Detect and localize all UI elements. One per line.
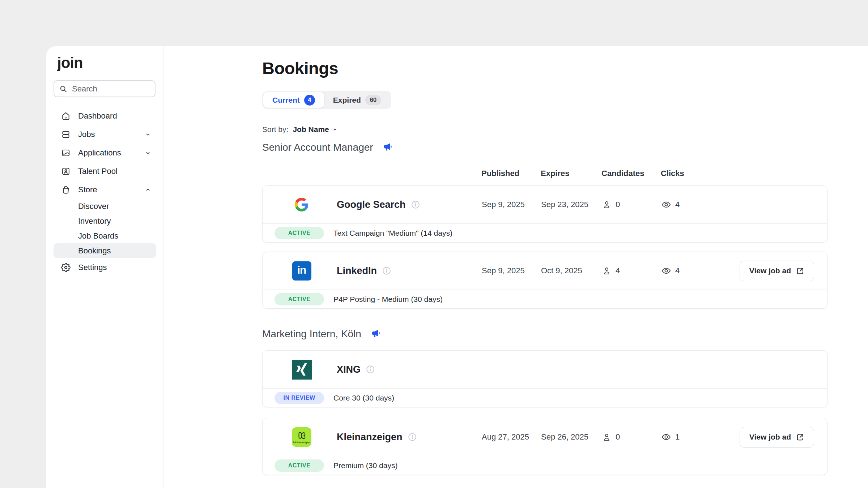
chevron-down-icon — [145, 150, 151, 156]
home-icon — [61, 111, 71, 121]
sidebar-item-job-boards[interactable]: Job Boards — [54, 228, 156, 243]
external-link-icon — [796, 267, 804, 275]
sidebar-item-bookings[interactable]: Bookings — [54, 243, 156, 258]
person-icon — [602, 432, 612, 442]
product-description: Premium (30 days) — [333, 461, 397, 470]
linkedin-logo: in — [292, 261, 312, 281]
xing-logo — [292, 359, 312, 380]
chevron-up-icon — [145, 187, 151, 193]
sidebar-item-dashboard[interactable]: Dashboard — [54, 107, 156, 125]
person-icon — [602, 200, 612, 210]
app-window: join Dashboard Jobs — [46, 46, 868, 488]
sidebar-item-label: Dashboard — [78, 111, 117, 121]
published-date: Sep 9, 2025 — [482, 200, 541, 209]
sidebar-item-applications[interactable]: Applications — [54, 144, 156, 162]
page-title: Bookings — [262, 58, 338, 78]
megaphone-icon — [371, 329, 381, 339]
status-badge: ACTIVE — [275, 459, 324, 472]
published-date: Aug 27, 2025 — [482, 432, 541, 442]
sidebar-item-settings[interactable]: Settings — [54, 258, 156, 277]
google-logo — [292, 194, 312, 215]
booking-row: in LinkedIn Sep 9, 2025 Oct 9, 2025 4 — [263, 252, 827, 290]
expires-date: Sep 23, 2025 — [541, 200, 602, 209]
product-description: Core 30 (30 days) — [333, 394, 394, 402]
status-badge: IN REVIEW — [275, 392, 324, 404]
col-candidates: Candidates — [601, 169, 661, 178]
view-job-ad-label: View job ad — [749, 266, 791, 275]
candidates-value: 0 — [616, 432, 620, 442]
booking-card-kleinanzeigen: kleinanzeigen Kleinanzeigen Aug 27, 2025… — [262, 418, 827, 475]
sort-dropdown[interactable]: Job Name — [293, 125, 337, 134]
sidebar-item-store[interactable]: Store — [54, 180, 156, 199]
sidebar-item-inventory[interactable]: Inventory — [54, 214, 156, 228]
eye-icon — [661, 432, 671, 442]
tab-expired[interactable]: Expired 60 — [324, 92, 390, 108]
join-logo: join — [57, 54, 83, 72]
tab-expired-label: Expired — [333, 96, 361, 104]
candidates-metric: 4 — [602, 266, 661, 276]
sidebar-item-label: Applications — [78, 148, 121, 158]
info-icon[interactable] — [382, 266, 391, 275]
col-published: Published — [481, 169, 541, 178]
col-expires: Expires — [541, 169, 601, 178]
clicks-value: 1 — [675, 432, 680, 442]
job-section-title: Senior Account Manager — [262, 142, 393, 153]
tab-current[interactable]: Current 4 — [263, 92, 324, 108]
info-icon[interactable] — [408, 432, 417, 442]
sidebar-item-label: Store — [78, 185, 97, 194]
sidebar-nav: Dashboard Jobs Applications — [54, 107, 156, 277]
megaphone-icon — [383, 142, 393, 153]
clicks-value: 4 — [675, 200, 680, 209]
platform-name: LinkedIn — [337, 265, 377, 277]
clicks-metric: 4 — [661, 266, 712, 276]
clicks-metric: 1 — [661, 432, 712, 442]
sidebar-item-discover[interactable]: Discover — [54, 199, 156, 214]
chevron-down-icon — [332, 127, 338, 132]
product-description: P4P Posting - Medium (30 days) — [333, 295, 443, 304]
view-job-ad-button[interactable]: View job ad — [740, 261, 814, 281]
platform-name: XING — [337, 364, 361, 375]
talent-pool-icon — [61, 166, 71, 176]
eye-icon — [661, 200, 671, 210]
candidates-metric: 0 — [602, 432, 661, 442]
candidates-value: 4 — [616, 266, 620, 275]
store-submenu: Discover Inventory Job Boards Bookings — [54, 199, 156, 258]
candidates-metric: 0 — [602, 200, 661, 210]
sidebar: join Dashboard Jobs — [46, 46, 163, 488]
view-job-ad-label: View job ad — [749, 433, 791, 441]
info-icon[interactable] — [366, 365, 375, 374]
expires-date: Sep 26, 2025 — [541, 432, 602, 442]
table-column-headers: Published Expires Candidates Clicks — [262, 169, 827, 178]
sidebar-item-talent-pool[interactable]: Talent Pool — [54, 162, 156, 180]
tab-bar: Current 4 Expired 60 — [262, 91, 391, 109]
booking-row: kleinanzeigen Kleinanzeigen Aug 27, 2025… — [263, 418, 827, 456]
sidebar-item-label: Settings — [78, 263, 107, 272]
booking-status-row: ACTIVE Text Campaign "Medium" (14 days) — [263, 223, 827, 242]
platform-name: Kleinanzeigen — [337, 432, 403, 443]
kleinanzeigen-logo: kleinanzeigen — [292, 427, 312, 447]
sidebar-item-jobs[interactable]: Jobs — [54, 125, 156, 144]
status-badge: ACTIVE — [275, 227, 324, 239]
tab-current-label: Current — [272, 96, 300, 104]
published-date: Sep 9, 2025 — [482, 266, 541, 275]
search-input[interactable] — [72, 84, 150, 94]
info-icon[interactable] — [411, 200, 420, 209]
sort-value-text: Job Name — [293, 125, 329, 134]
booking-status-row: ACTIVE Premium (30 days) — [263, 456, 827, 475]
product-description: Text Campaign "Medium" (14 days) — [333, 229, 452, 237]
platform-name: Google Search — [337, 199, 406, 210]
sort-label: Sort by: — [262, 125, 288, 134]
main-content: Bookings Current 4 Expired 60 Sort by: J… — [163, 46, 868, 488]
clicks-metric: 4 — [661, 200, 712, 210]
status-badge: ACTIVE — [275, 293, 324, 305]
applications-icon — [61, 148, 71, 158]
search-icon — [59, 85, 67, 93]
booking-row: XING — [263, 351, 827, 388]
booking-card-linkedin: in LinkedIn Sep 9, 2025 Oct 9, 2025 4 — [262, 252, 827, 309]
eye-icon — [661, 266, 671, 276]
search-input-wrapper[interactable] — [54, 80, 156, 97]
external-link-icon — [796, 433, 804, 441]
view-job-ad-button[interactable]: View job ad — [740, 427, 814, 448]
person-icon — [602, 266, 612, 276]
booking-card-xing: XING IN REVIEW Core 30 (30 days) — [262, 350, 827, 407]
